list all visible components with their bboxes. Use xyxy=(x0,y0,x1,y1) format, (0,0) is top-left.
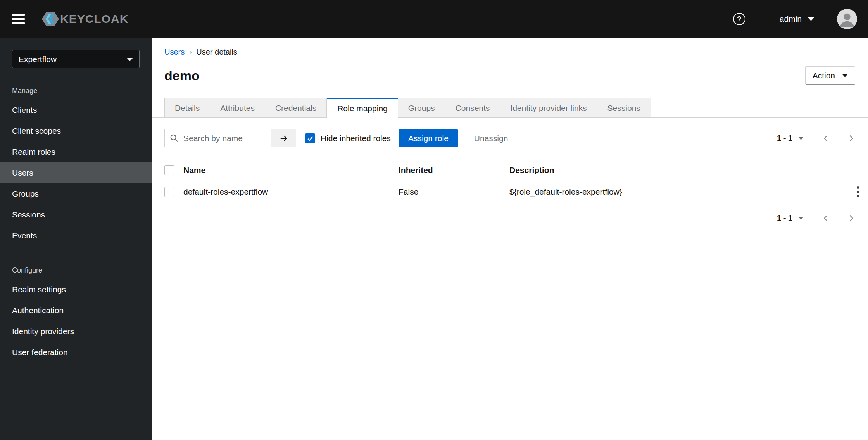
avatar[interactable] xyxy=(837,9,857,29)
nav-section-manage: Manage Clients Client scopes Realm roles… xyxy=(0,87,152,246)
caret-down-icon xyxy=(798,136,804,140)
user-menu-dropdown[interactable]: admin xyxy=(780,14,814,24)
nav-section-title: Manage xyxy=(0,87,152,95)
action-label: Action xyxy=(813,71,835,80)
pagination-options-toggle[interactable]: 1 - 1 xyxy=(777,134,804,143)
keycloak-wordmark: KEYCLOAK xyxy=(60,12,128,26)
role-mapping-toolbar: Hide inherited roles Assign role Unassig… xyxy=(164,129,855,147)
hide-inherited-roles-label: Hide inherited roles xyxy=(321,134,391,143)
pagination-range: 1 - 1 xyxy=(777,134,792,143)
tab-sessions[interactable]: Sessions xyxy=(597,98,651,118)
caret-down-icon xyxy=(798,216,804,220)
sidebar-item-realm-settings[interactable]: Realm settings xyxy=(0,279,152,300)
pagination-bottom: 1 - 1 xyxy=(777,214,855,223)
column-header-description: Description xyxy=(509,166,839,175)
sidebar-item-groups[interactable]: Groups xyxy=(0,183,152,204)
table-row: default-roles-expertflow False ${role_de… xyxy=(152,181,868,202)
chevron-left-icon[interactable] xyxy=(822,134,830,143)
breadcrumb-current: User details xyxy=(196,48,237,57)
sidebar-item-client-scopes[interactable]: Client scopes xyxy=(0,121,152,141)
tab-identity-provider-links[interactable]: Identity provider links xyxy=(500,98,597,118)
sidebar-item-authentication[interactable]: Authentication xyxy=(0,300,152,321)
page-title: demo xyxy=(164,68,868,83)
assign-role-button[interactable]: Assign role xyxy=(399,129,458,147)
keycloak-logo: KEYCLOAK xyxy=(41,10,128,28)
sidebar-item-user-federation[interactable]: User federation xyxy=(0,342,152,363)
tab-consents[interactable]: Consents xyxy=(445,98,500,118)
username: admin xyxy=(780,14,802,24)
keycloak-admin-console: KEYCLOAK ? admin Expertflow xyxy=(0,0,868,440)
caret-down-icon xyxy=(127,57,133,61)
breadcrumb-separator-icon: › xyxy=(189,48,192,56)
search-input[interactable] xyxy=(164,129,271,147)
nav-section-title: Configure xyxy=(0,266,152,274)
sidebar-item-events[interactable]: Events xyxy=(0,225,152,246)
pagination-options-toggle[interactable]: 1 - 1 xyxy=(777,214,804,223)
sidebar-item-users[interactable]: Users xyxy=(0,162,152,183)
sidebar-item-identity-providers[interactable]: Identity providers xyxy=(0,321,152,342)
sidebar-item-sessions[interactable]: Sessions xyxy=(0,204,152,225)
caret-down-icon xyxy=(808,17,814,21)
nav-section-configure: Configure Realm settings Authentication … xyxy=(0,266,152,363)
checkbox-checked-icon[interactable] xyxy=(305,133,315,143)
breadcrumb: Users › User details xyxy=(164,48,868,57)
tab-details[interactable]: Details xyxy=(164,98,210,118)
sidebar-item-realm-roles[interactable]: Realm roles xyxy=(0,141,152,162)
column-header-inherited: Inherited xyxy=(399,166,509,175)
user-avatar-icon xyxy=(837,9,857,29)
pagination-range: 1 - 1 xyxy=(777,214,792,223)
keycloak-logo-icon xyxy=(41,10,59,28)
row-checkbox[interactable] xyxy=(164,187,174,197)
masthead-right: ? admin xyxy=(733,9,857,29)
role-inherited-cell: False xyxy=(399,187,509,197)
hide-inherited-roles-checkbox[interactable]: Hide inherited roles xyxy=(305,133,391,143)
breadcrumb-link-users[interactable]: Users xyxy=(164,48,185,57)
action-dropdown-button[interactable]: Action xyxy=(805,66,855,85)
caret-down-icon xyxy=(842,74,848,77)
role-description-cell: ${role_default-roles-expertflow} xyxy=(509,187,839,197)
column-header-name: Name xyxy=(183,166,399,175)
table-header-row: Name Inherited Description xyxy=(152,159,868,181)
nav-toggle-hamburger-icon[interactable] xyxy=(12,12,25,26)
pagination-top: 1 - 1 xyxy=(777,134,855,143)
tab-credentials[interactable]: Credentials xyxy=(265,98,327,118)
help-glyph: ? xyxy=(737,15,742,22)
chevron-right-icon[interactable] xyxy=(847,134,855,143)
masthead: KEYCLOAK ? admin xyxy=(0,0,868,38)
search-group xyxy=(164,129,296,147)
realm-name: Expertflow xyxy=(19,55,57,64)
role-mapping-table: Name Inherited Description default-roles… xyxy=(152,159,868,202)
realm-selector[interactable]: Expertflow xyxy=(12,50,140,68)
chevron-left-icon[interactable] xyxy=(822,214,830,223)
sidebar-item-clients[interactable]: Clients xyxy=(0,100,152,121)
arrow-right-icon xyxy=(280,134,288,143)
role-name-cell: default-roles-expertflow xyxy=(183,187,399,197)
main-content: Users › User details demo Action Details… xyxy=(152,38,868,440)
tab-groups[interactable]: Groups xyxy=(398,98,445,118)
sidebar: Expertflow Manage Clients Client scopes … xyxy=(0,38,152,440)
unassign-button[interactable]: Unassign xyxy=(474,134,508,143)
tab-attributes[interactable]: Attributes xyxy=(210,98,265,118)
help-icon[interactable]: ? xyxy=(733,13,745,25)
kebab-icon[interactable] xyxy=(856,186,859,198)
chevron-right-icon[interactable] xyxy=(847,214,855,223)
select-all-checkbox[interactable] xyxy=(164,165,174,175)
tab-bar: Details Attributes Credentials Role mapp… xyxy=(152,98,868,118)
tab-role-mapping[interactable]: Role mapping xyxy=(327,98,398,118)
search-submit-button[interactable] xyxy=(271,129,296,147)
pagination-bottom-row: 1 - 1 xyxy=(164,214,855,223)
